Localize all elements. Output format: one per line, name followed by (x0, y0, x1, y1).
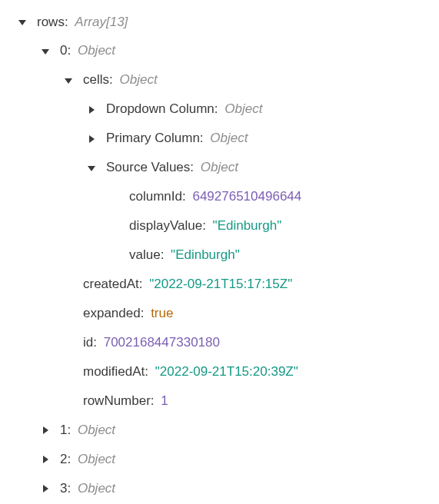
caret-down-icon (88, 164, 101, 172)
caret-right-icon (42, 426, 55, 434)
tree-leaf-expanded: expanded: true (65, 299, 439, 328)
leaf-key: columnId (129, 188, 182, 206)
caret-down-icon (65, 77, 78, 85)
node-key: Source Values (106, 159, 190, 177)
leaf-value: "Edinburgh" (171, 247, 240, 264)
node-key: Dropdown Column (106, 101, 215, 118)
tree-leaf-modifiedat: modifiedAt: "2022-09-21T15:20:39Z" (65, 357, 439, 386)
tree-leaf-rownumber: rowNumber: 1 (65, 386, 439, 416)
leaf-key: modifiedAt (83, 363, 145, 381)
leaf-key: displayValue (129, 217, 202, 235)
tree-leaf-createdat: createdAt: "2022-09-21T15:17:15Z" (65, 270, 439, 299)
tree-node-dropdown-column[interactable]: Dropdown Column: Object (88, 95, 439, 124)
tree-node-primary-column[interactable]: Primary Column: Object (88, 124, 439, 154)
tree-leaf-displayvalue: displayValue: "Edinburgh" (111, 212, 439, 241)
caret-right-icon (88, 106, 101, 114)
node-key: cells (83, 71, 109, 89)
tree-node-rows-3[interactable]: 3: Object (42, 474, 439, 503)
leaf-value: 7002168447330180 (104, 334, 220, 352)
leaf-key: id (83, 334, 93, 352)
leaf-value: true (151, 305, 173, 323)
node-key: rows (37, 14, 65, 32)
leaf-key: value (129, 247, 161, 264)
node-type: Object (78, 42, 115, 60)
tree-node-rows-1[interactable]: 1: Object (42, 416, 439, 445)
node-type: Object (78, 480, 115, 498)
leaf-key: expanded (83, 305, 141, 323)
node-type: Object (119, 71, 157, 89)
caret-right-icon (42, 485, 55, 492)
node-type: Array[13] (75, 14, 128, 32)
leaf-value: "2022-09-21T15:17:15Z" (149, 276, 292, 293)
node-key: 3 (60, 480, 67, 498)
leaf-value: "Edinburgh" (213, 217, 282, 235)
caret-right-icon (88, 135, 101, 143)
leaf-key: rowNumber (83, 393, 151, 410)
leaf-value: "2022-09-21T15:20:39Z" (155, 363, 298, 381)
leaf-value: 1 (161, 393, 168, 410)
tree-node-source-values[interactable]: Source Values: Object (88, 154, 439, 183)
node-key: 0 (60, 42, 67, 60)
node-type: Object (78, 451, 115, 469)
node-type: Object (210, 130, 248, 148)
node-type: Object (224, 101, 262, 118)
tree-node-rows[interactable]: rows: Array[13] (18, 8, 439, 37)
tree-node-cells[interactable]: cells: Object (65, 66, 439, 95)
node-type: Object (201, 159, 238, 177)
caret-right-icon (42, 456, 55, 463)
caret-down-icon (42, 48, 55, 55)
leaf-key: createdAt (83, 276, 139, 293)
leaf-value: 649276510496644 (192, 188, 301, 206)
caret-down-icon (18, 18, 32, 26)
node-type: Object (78, 422, 115, 439)
tree-leaf-id: id: 7002168447330180 (65, 328, 439, 357)
tree-leaf-columnid: columnId: 649276510496644 (111, 183, 439, 212)
node-key: Primary Column (106, 130, 200, 148)
tree-node-rows-2[interactable]: 2: Object (42, 445, 439, 474)
tree-node-rows-0[interactable]: 0: Object (42, 37, 439, 66)
node-key: 1 (60, 422, 67, 439)
tree-leaf-value: value: "Edinburgh" (111, 241, 439, 270)
node-key: 2 (60, 451, 67, 469)
